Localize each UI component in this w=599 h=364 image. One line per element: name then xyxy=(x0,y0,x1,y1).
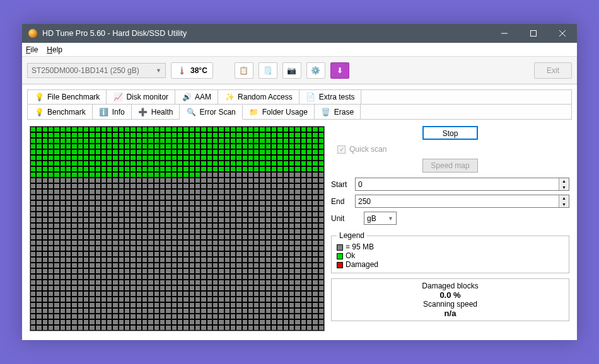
stats-box: Damaged blocks 0.0 % Scanning speed n/a xyxy=(331,278,569,321)
scanning-speed-label: Scanning speed xyxy=(337,300,564,309)
app-window: HD Tune Pro 5.60 - Hard Disk/SSD Utility… xyxy=(22,24,577,340)
health-icon: ➕ xyxy=(138,107,148,117)
scanning-speed-value: n/a xyxy=(337,309,564,318)
folder-icon: 📁 xyxy=(249,107,259,117)
info-icon: ℹ️ xyxy=(99,107,109,117)
tab-health[interactable]: ➕Health xyxy=(132,105,180,119)
tab-erase[interactable]: 🗑️Erase xyxy=(315,105,361,119)
end-value[interactable] xyxy=(356,195,559,207)
legend-swatch-damaged xyxy=(337,262,343,268)
app-icon xyxy=(28,29,37,38)
extra-icon: 📄 xyxy=(306,92,316,102)
menu-file[interactable]: File xyxy=(26,45,38,54)
chevron-down-icon: ▼ xyxy=(156,67,161,74)
random-icon: ✨ xyxy=(224,92,235,102)
end-label: End xyxy=(331,197,355,206)
tab-aam[interactable]: 🔊AAM xyxy=(175,90,218,104)
drive-select[interactable]: ST250DM000-1BD141 (250 gB) ▼ xyxy=(27,63,166,78)
unit-label: Unit xyxy=(331,214,355,223)
tab-error-scan[interactable]: 🔍Error Scan xyxy=(180,105,242,120)
save-button[interactable]: ⬇ xyxy=(330,62,349,79)
legend-title: Legend xyxy=(337,231,367,240)
error-scan-panel: Stop ✓ Quick scan Speed map Start ▲▼ End xyxy=(27,120,572,340)
spinner-arrows[interactable]: ▲▼ xyxy=(559,195,569,207)
tab-file-benchmark[interactable]: 💡File Benchmark xyxy=(28,90,107,104)
download-icon: ⬇ xyxy=(335,65,345,76)
maximize-button[interactable] xyxy=(519,24,548,43)
trash-icon: 🗑️ xyxy=(321,107,331,117)
tab-folder-usage[interactable]: 📁Folder Usage xyxy=(243,105,315,119)
start-value[interactable] xyxy=(356,178,559,190)
tab-random-access[interactable]: ✨Random Access xyxy=(218,90,300,104)
drive-select-value: ST250DM000-1BD141 (250 gB) xyxy=(32,66,139,75)
chart-icon: 📈 xyxy=(113,92,123,102)
tab-disk-monitor[interactable]: 📈Disk monitor xyxy=(107,90,175,104)
toolbar: ST250DM000-1BD141 (250 gB) ▼ 🌡️ 38°C 📋 🗒… xyxy=(22,57,577,84)
tab-extra-tests[interactable]: 📄Extra tests xyxy=(300,90,362,104)
menu-bar: File Help xyxy=(22,43,577,57)
start-label: Start xyxy=(331,180,355,189)
window-title: HD Tune Pro 5.60 - Hard Disk/SSD Utility xyxy=(42,29,490,38)
options-button[interactable]: ⚙️ xyxy=(306,62,325,79)
unit-select[interactable]: gB ▼ xyxy=(364,212,397,225)
minimize-button[interactable] xyxy=(490,24,519,43)
copy-screenshot-button[interactable]: 🗒️ xyxy=(259,62,277,79)
svg-rect-1 xyxy=(531,31,537,37)
tab-benchmark[interactable]: 💡Benchmark xyxy=(28,105,93,119)
speaker-icon: 🔊 xyxy=(182,92,192,102)
tab-info[interactable]: ℹ️Info xyxy=(93,105,132,119)
damaged-blocks-value: 0.0 % xyxy=(337,290,564,300)
damaged-blocks-label: Damaged blocks xyxy=(337,282,564,290)
quick-scan-checkbox[interactable]: ✓ Quick scan xyxy=(337,145,569,154)
end-input[interactable]: ▲▼ xyxy=(355,195,569,208)
legend-swatch-ok xyxy=(337,253,343,259)
temperature-value: 38°C xyxy=(190,66,207,75)
copy-icon: 📋 xyxy=(239,65,249,76)
spinner-arrows[interactable]: ▲▼ xyxy=(559,178,569,190)
legend-box: Legend = 95 MB Ok Damaged xyxy=(331,231,569,273)
client-area: 💡File Benchmark 📈Disk monitor 🔊AAM ✨Rand… xyxy=(22,84,577,340)
stop-button[interactable]: Stop xyxy=(422,126,478,140)
magnifier-icon: 🔍 xyxy=(186,107,196,117)
checkbox-checked-icon: ✓ xyxy=(337,145,346,154)
tab-strip: 💡File Benchmark 📈Disk monitor 🔊AAM ✨Rand… xyxy=(27,89,572,120)
speed-map-button[interactable]: Speed map xyxy=(422,159,478,173)
title-bar: HD Tune Pro 5.60 - Hard Disk/SSD Utility xyxy=(22,24,577,43)
exit-button[interactable]: Exit xyxy=(534,62,572,79)
gears-icon: ⚙️ xyxy=(311,65,321,76)
menu-help[interactable]: Help xyxy=(47,45,62,54)
thermometer-icon: 🌡️ xyxy=(177,65,187,76)
clipboard-image-icon: 🗒️ xyxy=(263,65,273,76)
benchmark-icon: 💡 xyxy=(34,107,44,117)
temperature-display: 🌡️ 38°C xyxy=(171,62,213,79)
chevron-down-icon: ▼ xyxy=(388,215,393,222)
screenshot-button[interactable]: 📷 xyxy=(282,62,301,79)
block-map xyxy=(30,126,325,340)
side-panel: Stop ✓ Quick scan Speed map Start ▲▼ End xyxy=(331,126,569,340)
legend-swatch-block xyxy=(337,244,343,251)
copy-info-button[interactable]: 📋 xyxy=(235,62,253,79)
unit-value: gB xyxy=(367,214,376,223)
bulb-icon: 💡 xyxy=(34,92,44,102)
close-button[interactable] xyxy=(548,24,577,43)
camera-icon: 📷 xyxy=(287,65,297,76)
start-input[interactable]: ▲▼ xyxy=(355,178,569,191)
